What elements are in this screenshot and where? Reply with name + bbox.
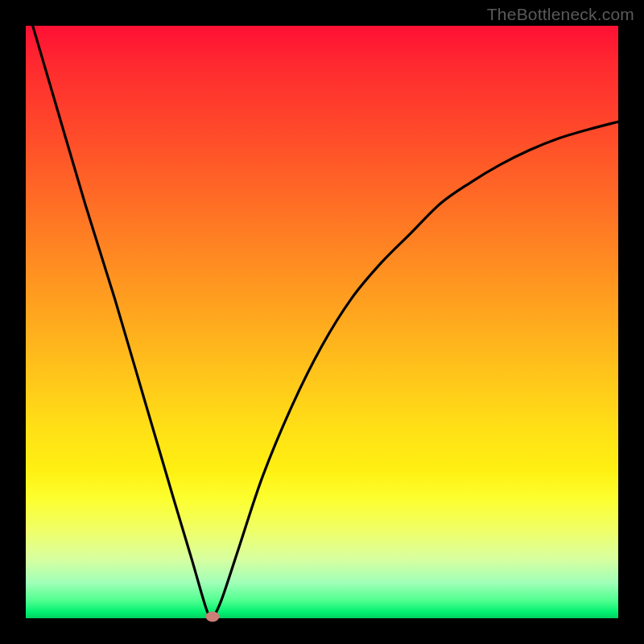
optimal-point-marker [205,611,219,621]
watermark-text: TheBottleneck.com [487,5,634,24]
bottleneck-curve [26,26,618,618]
plot-area [26,26,618,618]
chart-frame: TheBottleneck.com [0,0,644,644]
